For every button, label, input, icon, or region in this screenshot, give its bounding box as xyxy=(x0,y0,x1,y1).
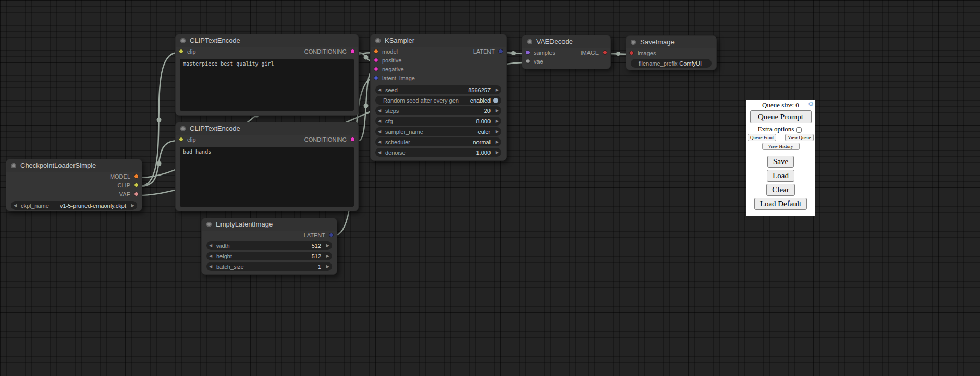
node-title-text: KSampler xyxy=(385,36,414,44)
input-dot-images[interactable] xyxy=(629,51,634,55)
widget-label: seed xyxy=(385,87,398,93)
increment-arrow-icon[interactable]: ▶ xyxy=(493,117,499,126)
node-clip-text-encode-positive[interactable]: CLIPTextEncode clip CONDITIONING masterp… xyxy=(175,34,359,116)
output-slot-latent: LATENT xyxy=(304,232,332,239)
node-title: VAEDecode xyxy=(522,35,610,48)
node-empty-latent-image[interactable]: EmptyLatentImage LATENT ◀ width 512 ▶ ◀ … xyxy=(201,218,337,275)
toggle-enabled-icon[interactable] xyxy=(493,98,498,103)
widget-value: 20 xyxy=(484,108,491,114)
widget-label: sampler_name xyxy=(385,129,423,135)
decrement-arrow-icon[interactable]: ◀ xyxy=(209,252,215,260)
slot-label: samples xyxy=(534,49,555,56)
node-vae-decode[interactable]: VAEDecode samples IMAGE vae xyxy=(522,35,611,69)
decrement-arrow-icon[interactable]: ◀ xyxy=(378,117,384,126)
queue-front-button[interactable]: Queue Front xyxy=(748,134,776,141)
decrement-arrow-icon[interactable]: ◀ xyxy=(378,127,384,136)
widget-width[interactable]: ◀ width 512 ▶ xyxy=(206,241,332,250)
widget-scheduler[interactable]: ◀ scheduler normal ▶ xyxy=(375,137,501,146)
widget-cfg[interactable]: ◀ cfg 8.000 ▶ xyxy=(375,117,501,126)
decrement-arrow-icon[interactable]: ◀ xyxy=(378,148,384,157)
slot-label: CLIP xyxy=(118,182,130,189)
collapse-dot-icon[interactable] xyxy=(11,163,16,168)
increment-arrow-icon[interactable]: ▶ xyxy=(493,137,499,146)
view-queue-button[interactable]: View Queue xyxy=(785,134,814,141)
widget-denoise[interactable]: ◀ denoise 1.000 ▶ xyxy=(375,148,501,157)
extra-options-row: Extra options xyxy=(746,124,815,133)
increment-arrow-icon[interactable]: ▶ xyxy=(493,85,499,94)
slot-label: images xyxy=(638,50,656,56)
decrement-arrow-icon[interactable]: ◀ xyxy=(378,137,384,146)
increment-arrow-icon[interactable]: ▶ xyxy=(324,262,329,271)
input-slot-model: model xyxy=(375,48,398,55)
widget-random-seed-toggle[interactable]: Random seed after every gen enabled xyxy=(375,96,501,105)
collapse-dot-icon[interactable] xyxy=(180,38,186,43)
prompt-textarea[interactable]: bad hands xyxy=(180,147,354,207)
output-slot-model: MODEL xyxy=(110,173,137,180)
increment-arrow-icon[interactable]: ▶ xyxy=(493,106,499,115)
node-clip-text-encode-negative[interactable]: CLIPTextEncode clip CONDITIONING bad han… xyxy=(175,122,359,211)
load-button[interactable]: Load xyxy=(767,170,794,182)
prompt-textarea[interactable]: masterpiece best quality girl xyxy=(180,59,354,111)
output-slot-vae: VAE xyxy=(119,191,137,197)
widget-label: filename_prefix xyxy=(639,60,678,67)
input-dot-clip[interactable] xyxy=(179,137,183,142)
extra-options-checkbox[interactable] xyxy=(796,127,802,133)
output-dot-conditioning[interactable] xyxy=(350,137,355,142)
widget-value: 1.000 xyxy=(476,149,491,156)
decrement-arrow-icon[interactable]: ◀ xyxy=(14,201,19,210)
output-dot-latent[interactable] xyxy=(329,233,334,237)
increment-arrow-icon[interactable]: ▶ xyxy=(493,127,499,136)
decrement-arrow-icon[interactable]: ◀ xyxy=(209,241,215,250)
collapse-dot-icon[interactable] xyxy=(527,39,532,44)
input-dot-model[interactable] xyxy=(374,49,378,54)
decrement-arrow-icon[interactable]: ◀ xyxy=(209,262,215,271)
slot-label: latent_image xyxy=(382,75,415,81)
node-checkpoint-loader-simple[interactable]: CheckpointLoaderSimple MODEL CLIP VAE ◀ … xyxy=(6,159,142,211)
collapse-dot-icon[interactable] xyxy=(375,38,381,43)
slot-label: positive xyxy=(382,57,401,64)
settings-gear-icon[interactable]: ⚙ xyxy=(808,101,814,108)
input-dot-clip[interactable] xyxy=(179,49,183,54)
input-dot-positive[interactable] xyxy=(374,58,378,62)
increment-arrow-icon[interactable]: ▶ xyxy=(493,148,499,157)
collapse-dot-icon[interactable] xyxy=(631,40,636,45)
widget-sampler-name[interactable]: ◀ sampler_name euler ▶ xyxy=(375,127,501,136)
node-ksampler[interactable]: KSampler model LATENT positive negative … xyxy=(370,34,507,161)
output-dot-vae[interactable] xyxy=(134,192,139,196)
output-dot-conditioning[interactable] xyxy=(350,49,355,54)
decrement-arrow-icon[interactable]: ◀ xyxy=(378,106,384,115)
decrement-arrow-icon[interactable]: ◀ xyxy=(378,85,384,94)
widget-seed[interactable]: ◀ seed 8566257 ▶ xyxy=(375,85,501,94)
input-slot-negative: negative xyxy=(375,66,404,72)
output-dot-model[interactable] xyxy=(134,174,139,179)
slot-label: VAE xyxy=(119,191,130,197)
queue-prompt-button[interactable]: Queue Prompt xyxy=(750,110,812,123)
output-dot-image[interactable] xyxy=(603,50,607,55)
collapse-dot-icon[interactable] xyxy=(180,126,186,131)
load-default-button[interactable]: Load Default xyxy=(754,198,807,210)
widget-ckpt-name[interactable]: ◀ ckpt_name v1-5-pruned-emaonly.ckpt ▶ xyxy=(11,201,137,210)
input-dot-vae[interactable] xyxy=(525,59,530,64)
save-button[interactable]: Save xyxy=(767,156,794,168)
node-save-image[interactable]: SaveImage images filename_prefix ComfyUI xyxy=(626,35,717,70)
widget-label: height xyxy=(216,253,232,259)
output-dot-latent[interactable] xyxy=(498,49,503,54)
increment-arrow-icon[interactable]: ▶ xyxy=(324,241,329,250)
widget-filename-prefix[interactable]: filename_prefix ComfyUI xyxy=(631,59,712,68)
input-slot-positive: positive xyxy=(375,57,401,64)
input-dot-negative[interactable] xyxy=(374,67,378,71)
view-history-button[interactable]: View History xyxy=(762,143,800,150)
increment-arrow-icon[interactable]: ▶ xyxy=(129,201,134,210)
increment-arrow-icon[interactable]: ▶ xyxy=(324,252,329,260)
input-slot-vae: vae xyxy=(527,58,543,65)
input-dot-samples[interactable] xyxy=(525,50,530,55)
widget-batch-size[interactable]: ◀ batch_size 1 ▶ xyxy=(206,262,332,271)
widget-height[interactable]: ◀ height 512 ▶ xyxy=(206,252,332,260)
output-dot-clip[interactable] xyxy=(134,183,139,187)
widget-steps[interactable]: ◀ steps 20 ▶ xyxy=(375,106,501,115)
slot-label: MODEL xyxy=(110,173,130,180)
collapse-dot-icon[interactable] xyxy=(206,222,212,227)
input-slot-images: images xyxy=(631,50,656,56)
clear-button[interactable]: Clear xyxy=(766,184,794,196)
input-dot-latent-image[interactable] xyxy=(374,76,378,80)
